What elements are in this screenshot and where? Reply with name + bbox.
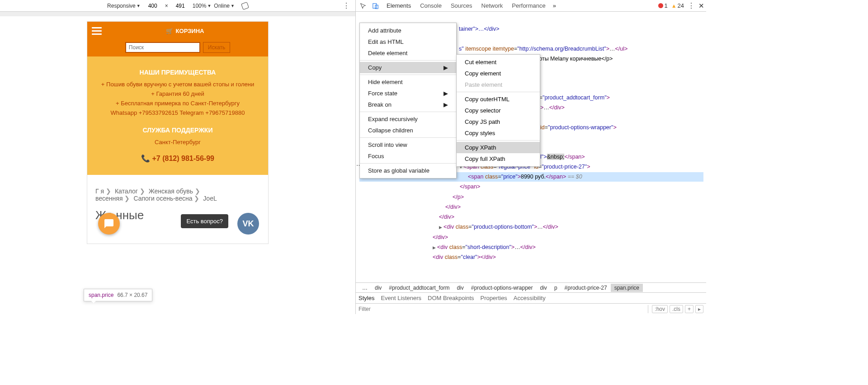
crumb[interactable]: весенняя xyxy=(95,195,123,202)
chevron-right-icon: ▶ xyxy=(443,90,448,97)
device-mode-select[interactable]: Responsive ▼ xyxy=(107,3,141,9)
crumb[interactable]: Сапоги осень-весна xyxy=(133,195,192,202)
crumb-item[interactable]: #product-options-wrapper xyxy=(467,284,537,292)
search-input[interactable] xyxy=(125,42,200,53)
ctx-scroll[interactable]: Scroll into view xyxy=(360,139,456,150)
tab-event-listeners[interactable]: Event Listeners xyxy=(381,295,421,301)
site-topbar: 🛒 КОРЗИНА xyxy=(87,22,268,40)
ctx-copy[interactable]: Copy▶ xyxy=(360,62,456,73)
device-preview-pane: Responsive ▼ × 100% ▼ Online ▼ ⋮ 🛒 КОРЗИ… xyxy=(0,0,355,314)
copy-submenu[interactable]: Cut element Copy element Paste element C… xyxy=(456,54,540,167)
question-tooltip: Есть вопрос? xyxy=(181,214,228,228)
chevron-right-icon: ❯ xyxy=(140,188,145,195)
phone-number: +7 (812) 981-56-99 xyxy=(152,155,214,162)
network-select[interactable]: Online ▼ xyxy=(214,3,235,9)
styles-menu-icon[interactable]: ▸ xyxy=(695,305,703,313)
ctx-store-var[interactable]: Store as global variable xyxy=(360,165,456,176)
tab-elements[interactable]: Elements xyxy=(383,0,415,11)
sub-paste: Paste element xyxy=(457,79,540,90)
phone-row[interactable]: 📞 +7 (812) 981-56-99 xyxy=(93,153,263,164)
zoom-select[interactable]: 100% ▼ xyxy=(193,3,212,9)
tab-styles[interactable]: Styles xyxy=(359,295,374,301)
vk-icon[interactable]: VK xyxy=(237,213,259,235)
devtools-panel: Elements Console Sources Network Perform… xyxy=(355,0,706,314)
crumb-item[interactable]: div xyxy=(371,284,385,292)
preview-area: 🛒 КОРЗИНА Искать НАШИ ПРЕИМУЩЕСТВА + Пош… xyxy=(0,12,355,314)
cart-icon: 🛒 xyxy=(166,28,173,34)
more-tabs-icon[interactable]: » xyxy=(553,2,556,9)
cls-button[interactable]: .cls xyxy=(670,305,683,313)
tab-accessibility[interactable]: Accessibility xyxy=(514,295,546,301)
chevron-right-icon: ❯ xyxy=(194,195,199,202)
sub-full-xpath[interactable]: Copy full XPath xyxy=(457,153,540,164)
crumb[interactable]: Женская обувь xyxy=(149,188,193,195)
sub-copy-el[interactable]: Copy element xyxy=(457,68,540,79)
tab-network[interactable]: Network xyxy=(478,0,507,11)
ctx-force-state[interactable]: Force state▶ xyxy=(360,88,456,99)
ctx-break-on[interactable]: Break on▶ xyxy=(360,99,456,110)
ctx-delete[interactable]: Delete element xyxy=(360,47,456,59)
rotate-icon[interactable] xyxy=(241,2,249,10)
svg-rect-0 xyxy=(373,3,377,8)
chevron-right-icon: ❯ xyxy=(124,195,130,202)
cart-link[interactable]: 🛒 КОРЗИНА xyxy=(166,28,204,34)
devtools-menu-icon[interactable]: ⋮ xyxy=(688,1,695,10)
ctx-hide[interactable]: Hide element xyxy=(360,76,456,88)
support-city: Санкт-Петербург xyxy=(93,138,263,147)
sub-cut[interactable]: Cut element xyxy=(457,56,540,68)
crumb[interactable]: JoeL xyxy=(203,195,217,202)
ctx-collapse[interactable]: Collapse children xyxy=(360,125,456,136)
dom-breadcrumb[interactable]: … div #product_addtocart_form div #produ… xyxy=(356,282,706,292)
viewport-width-input[interactable] xyxy=(143,3,162,9)
search-button[interactable]: Искать xyxy=(203,42,230,53)
crumb-ellipsis[interactable]: … xyxy=(359,284,371,292)
styles-filter-input[interactable] xyxy=(359,306,648,312)
context-menu[interactable]: Add attribute Edit as HTML Delete elemen… xyxy=(359,23,457,178)
tab-performance[interactable]: Performance xyxy=(508,0,549,11)
ctx-add-attribute[interactable]: Add attribute xyxy=(360,25,456,36)
ctx-expand[interactable]: Expand recursively xyxy=(360,113,456,125)
inspect-icon[interactable] xyxy=(359,2,367,9)
breadcrumbs: Г я❯ Каталог❯ Женская обувь❯ весенняя❯ С… xyxy=(87,175,268,206)
sub-outerhtml[interactable]: Copy outerHTML xyxy=(457,94,540,105)
crumb[interactable]: Г я xyxy=(95,188,104,195)
crumb-item[interactable]: div xyxy=(537,284,551,292)
tab-console[interactable]: Console xyxy=(416,0,445,11)
chat-bubble-icon[interactable] xyxy=(98,213,120,235)
more-options-icon[interactable]: ⋮ xyxy=(343,1,350,10)
tooltip-dims: 66.7 × 20.67 xyxy=(117,292,147,298)
sub-styles[interactable]: Copy styles xyxy=(457,127,540,139)
sub-xpath[interactable]: Copy XPath xyxy=(457,142,540,153)
crumb-item[interactable]: #product-price-27 xyxy=(561,284,611,292)
tab-sources[interactable]: Sources xyxy=(447,0,476,11)
styles-filter-row: :hov .cls + ▸ xyxy=(356,303,706,314)
error-count[interactable]: 1 xyxy=(658,2,667,9)
adv-line: + Гарантия 60 дней xyxy=(93,89,263,99)
ctx-edit-html[interactable]: Edit as HTML xyxy=(360,36,456,47)
styles-tabs: Styles Event Listeners DOM Breakpoints P… xyxy=(356,292,706,303)
sub-jspath[interactable]: Copy JS path xyxy=(457,116,540,127)
crumb-item[interactable]: p xyxy=(551,284,561,292)
ctx-focus[interactable]: Focus xyxy=(360,150,456,162)
crumb-item[interactable]: div xyxy=(453,284,467,292)
warning-count[interactable]: ▲ 24 xyxy=(671,2,684,9)
chevron-right-icon: ▶ xyxy=(443,101,448,108)
close-icon[interactable]: ✕ xyxy=(698,2,704,10)
crumb[interactable]: Каталог xyxy=(115,188,138,195)
viewport-height-input[interactable] xyxy=(171,3,190,9)
element-tooltip: span.price 66.7 × 20.67 xyxy=(84,289,152,301)
phone-icon: 📞 xyxy=(141,155,150,162)
crumb-item-selected[interactable]: span.price xyxy=(611,284,643,292)
dim-separator: × xyxy=(165,3,168,9)
tab-properties[interactable]: Properties xyxy=(481,295,507,301)
tooltip-selector: span.price xyxy=(89,292,113,298)
advantages-block: НАШИ ПРЕИМУЩЕСТВА + Пошив обуви вручную … xyxy=(87,56,268,175)
chevron-right-icon: ❯ xyxy=(195,188,200,195)
sub-selector[interactable]: Copy selector xyxy=(457,105,540,116)
device-toggle-icon[interactable] xyxy=(372,2,379,9)
new-rule-button[interactable]: + xyxy=(685,305,693,313)
hamburger-icon[interactable] xyxy=(92,25,102,37)
hov-button[interactable]: :hov xyxy=(652,305,668,313)
tab-dom-breakpoints[interactable]: DOM Breakpoints xyxy=(428,295,474,301)
crumb-item[interactable]: #product_addtocart_form xyxy=(385,284,453,292)
